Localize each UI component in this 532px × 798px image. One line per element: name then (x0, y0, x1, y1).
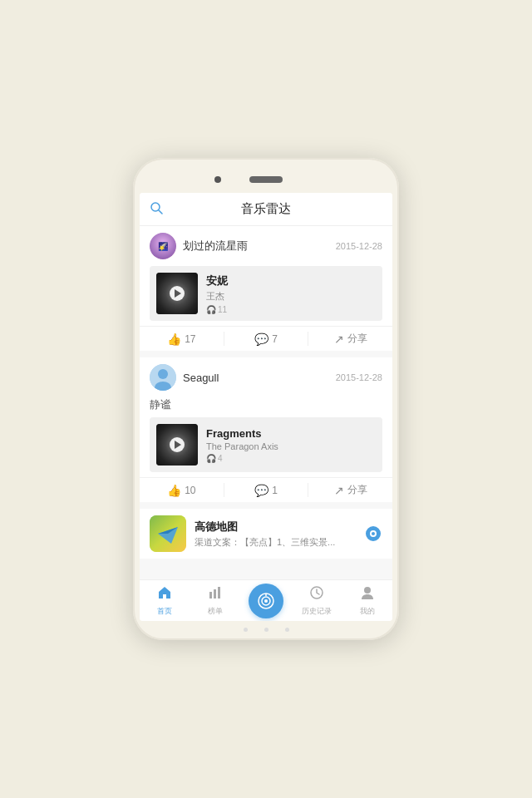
nav-radar[interactable] (241, 580, 292, 621)
phone-top-bar (140, 173, 392, 186)
feed-date-2: 2015-12-28 (336, 372, 382, 382)
nav-profile-label: 我的 (360, 606, 375, 617)
nav-chart-label: 榜单 (208, 606, 223, 617)
song-info-2: Fragments The Paragon Axis 🎧 4 (206, 427, 376, 463)
feed-date-1: 2015-12-28 (336, 241, 382, 251)
ad-name: 高德地图 (195, 520, 356, 534)
svg-line-1 (159, 210, 162, 214)
comment-btn-2[interactable]: 💬 1 (224, 483, 309, 497)
song-title-1: 安妮 (206, 273, 376, 288)
svg-text:🌠: 🌠 (158, 241, 169, 252)
ad-badge (364, 525, 382, 543)
action-bar-2: 👍 10 💬 1 ↗ 分享 (140, 477, 392, 502)
svg-rect-12 (218, 587, 220, 598)
feed-item-2: Seagull 2015-12-28 静谧 Fragments (140, 357, 392, 502)
nav-chart[interactable]: 榜单 (190, 580, 241, 621)
svg-point-18 (364, 587, 371, 594)
feed-header-1: 🌠 划过的流星雨 2015-12-28 (140, 226, 392, 266)
nav-home[interactable]: 首页 (140, 580, 190, 621)
phone-bottom-dots (244, 628, 289, 632)
song-artist-1: 王杰 (206, 290, 376, 303)
app-header: 音乐雷达 (140, 193, 392, 226)
svg-rect-11 (214, 589, 216, 598)
radar-circle (249, 584, 283, 618)
share-btn-2[interactable]: ↗ 分享 (308, 483, 392, 497)
scroll-content: 🌠 划过的流星雨 2015-12-28 (140, 226, 392, 579)
ad-badge-dot (370, 530, 377, 537)
ad-desc: 渠道文案：【亮点】1、三维实景... (195, 536, 356, 549)
svg-rect-10 (209, 592, 212, 598)
nav-home-label: 首页 (157, 606, 172, 617)
feed-username-1: 划过的流星雨 (183, 239, 336, 254)
feed-item: 🌠 划过的流星雨 2015-12-28 (140, 226, 392, 351)
share-icon-2: ↗ (334, 484, 344, 497)
comment-icon-2: 💬 (254, 484, 268, 497)
comment-btn-1[interactable]: 💬 7 (224, 332, 309, 346)
home-icon (157, 585, 172, 604)
avatar-1: 🌠 (150, 233, 176, 259)
avatar-2 (150, 364, 176, 391)
like-icon-1: 👍 (167, 332, 181, 346)
song-card-2[interactable]: Fragments The Paragon Axis 🎧 4 (150, 417, 382, 472)
phone-shell: 音乐雷达 (133, 158, 399, 640)
song-thumb-1 (156, 273, 198, 314)
search-icon[interactable] (150, 201, 163, 218)
like-icon-2: 👍 (167, 484, 181, 497)
chart-icon (208, 585, 223, 604)
nav-history-label: 历史记录 (302, 606, 332, 617)
nav-history[interactable]: 历史记录 (291, 580, 342, 621)
comment-icon-1: 💬 (254, 332, 268, 346)
ad-item[interactable]: 高德地图 渠道文案：【亮点】1、三维实景... (140, 509, 392, 559)
phone-dot-1 (244, 628, 248, 632)
song-info-1: 安妮 王杰 🎧 11 (206, 273, 376, 314)
history-icon (309, 585, 324, 604)
feed-header-2: Seagull 2015-12-28 (140, 357, 392, 397)
phone-camera (214, 176, 221, 183)
ad-icon (150, 515, 186, 552)
svg-point-15 (264, 599, 268, 603)
share-icon-1: ↗ (334, 332, 344, 346)
phone-dot-2 (264, 628, 268, 632)
bottom-nav: 首页 榜单 (140, 579, 392, 621)
feed-username-2: Seagull (183, 372, 336, 384)
headphone-icon-1: 🎧 (206, 305, 216, 314)
like-btn-2[interactable]: 👍 10 (140, 483, 224, 497)
song-thumb-2 (156, 424, 198, 466)
feed-comment-2: 静谧 (140, 397, 392, 417)
song-listens-1: 🎧 11 (206, 305, 376, 314)
action-bar-1: 👍 17 💬 7 ↗ 分享 (140, 326, 392, 351)
phone-speaker (249, 176, 283, 183)
like-btn-1[interactable]: 👍 17 (140, 332, 224, 346)
headphone-icon-2: 🎧 (206, 454, 216, 463)
phone-dot-3 (285, 628, 289, 632)
song-listens-2: 🎧 4 (206, 454, 376, 463)
phone-screen: 音乐雷达 (140, 193, 392, 621)
song-title-2: Fragments (206, 427, 376, 440)
share-btn-1[interactable]: ↗ 分享 (308, 332, 392, 346)
ad-info: 高德地图 渠道文案：【亮点】1、三维实景... (195, 520, 356, 549)
app-title: 音乐雷达 (150, 201, 382, 217)
song-artist-2: The Paragon Axis (206, 441, 376, 451)
profile-icon (360, 585, 375, 604)
song-card-1[interactable]: 安妮 王杰 🎧 11 (150, 266, 382, 321)
nav-profile[interactable]: 我的 (342, 580, 392, 621)
svg-point-5 (158, 369, 168, 379)
